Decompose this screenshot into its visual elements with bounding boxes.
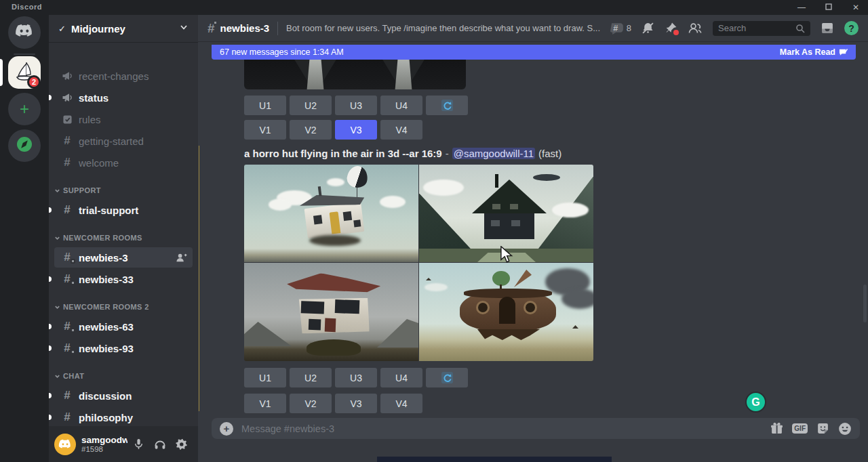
v1-button[interactable]: V1 xyxy=(244,394,286,413)
inbox-button[interactable] xyxy=(821,22,834,35)
username: samgoodw... xyxy=(81,435,127,445)
mark-as-read-button[interactable]: Mark As Read xyxy=(780,47,848,57)
hash-badge-icon: # xyxy=(60,341,75,355)
gif-button[interactable]: GIF xyxy=(792,423,808,434)
category-newcomer-rooms-2[interactable]: NEWCOMER ROOMS 2 xyxy=(54,300,149,314)
mark-as-read-label: Mark As Read xyxy=(780,47,835,57)
upscale-row: U1U2U3U4 xyxy=(244,96,468,115)
member-list-button[interactable] xyxy=(688,22,703,35)
pinned-messages-button[interactable] xyxy=(665,22,677,35)
attach-plus-button[interactable]: + xyxy=(220,422,233,436)
u1-button[interactable]: U1 xyxy=(244,96,286,115)
u1-button[interactable]: U1 xyxy=(244,368,286,387)
chat-scrollbar[interactable] xyxy=(863,285,867,322)
v4-button[interactable]: V4 xyxy=(380,394,422,413)
window-titlebar: Discord — ✕ xyxy=(0,0,868,15)
v3-button[interactable]: V3 xyxy=(335,394,377,413)
verified-check-icon: ✓ xyxy=(58,24,66,34)
v1-button[interactable]: V1 xyxy=(244,120,286,140)
threads-button[interactable]: # 8 xyxy=(610,22,631,35)
category-chat[interactable]: CHAT xyxy=(54,369,84,383)
maximize-button[interactable] xyxy=(822,3,835,12)
u2-button[interactable]: U2 xyxy=(290,368,332,387)
guild-header[interactable]: ✓ Midjourney xyxy=(49,15,198,42)
previous-image-attachment[interactable] xyxy=(244,58,466,89)
sidebar-item-rules[interactable]: rules xyxy=(54,109,193,129)
sidebar-item-newbies-33[interactable]: #newbies-33 xyxy=(54,269,193,289)
sidebar-item-getting-started[interactable]: #getting-started xyxy=(54,131,193,151)
message-input[interactable]: Message #newbies-3 xyxy=(241,423,770,434)
image-quadrant-1[interactable] xyxy=(244,165,418,262)
variation-row: V1V2V3V4 xyxy=(244,120,422,140)
channel-header: # newbies-3 Bot room for new users. Type… xyxy=(198,15,868,42)
sidebar-item-discussion[interactable]: #discussion xyxy=(54,385,193,406)
unread-pill xyxy=(49,324,52,329)
category-newcomer-rooms[interactable]: NEWCOMER ROOMS xyxy=(54,231,142,245)
airship xyxy=(533,174,560,181)
hash-badge-icon: # xyxy=(60,272,75,286)
u4-button[interactable]: U4 xyxy=(380,368,422,387)
guild-name: Midjourney xyxy=(71,23,179,35)
create-invite-icon[interactable] xyxy=(176,253,187,263)
headphones-button[interactable] xyxy=(149,434,171,455)
image-quadrant-4[interactable] xyxy=(419,263,593,361)
explore-servers-button[interactable] xyxy=(8,129,41,162)
search-input[interactable]: Search xyxy=(713,21,810,36)
channel-sidebar: ✓ Midjourney recent-changesstatusrules#g… xyxy=(49,15,198,462)
sidebar-item-newbies-63[interactable]: #newbies-63 xyxy=(54,316,193,337)
threads-count: 8 xyxy=(627,23,631,33)
sticker-button[interactable] xyxy=(816,422,829,435)
sidebar-item-recent-changes[interactable]: recent-changes xyxy=(54,66,193,86)
emoji-button[interactable] xyxy=(838,422,852,436)
taskbar-peek xyxy=(377,457,612,462)
u3-button[interactable]: U3 xyxy=(335,368,377,387)
settings-gear-button[interactable] xyxy=(171,434,193,455)
sidebar-item-welcome[interactable]: #welcome xyxy=(54,152,193,173)
unread-pill xyxy=(49,415,52,420)
sidebar-item-newbies-93[interactable]: #newbies-93 xyxy=(54,338,193,358)
server-mention-badge: 2 xyxy=(27,75,41,89)
image-quadrant-2[interactable] xyxy=(419,165,593,262)
v2-button[interactable]: V2 xyxy=(290,120,332,140)
sidebar-item-philosophy[interactable]: #philosophy xyxy=(54,407,193,426)
message-composer[interactable]: + Message #newbies-3 GIF xyxy=(212,418,860,439)
notifications-muted-button[interactable] xyxy=(642,22,654,35)
compass-icon xyxy=(16,135,33,156)
user-avatar[interactable] xyxy=(54,434,76,455)
mic-button[interactable] xyxy=(127,434,149,455)
minimize-button[interactable]: — xyxy=(795,3,808,12)
close-button[interactable]: ✕ xyxy=(849,3,863,12)
v2-button[interactable]: V2 xyxy=(290,394,332,413)
dark-house xyxy=(472,180,547,240)
generated-image-grid[interactable] xyxy=(244,165,593,361)
u3-button[interactable]: U3 xyxy=(335,96,377,115)
prompt-text: a horro hut flying in the air in 3d --ar… xyxy=(244,148,442,159)
unread-pill xyxy=(49,393,52,398)
sidebar-item-status[interactable]: status xyxy=(54,87,193,108)
sidebar-item-trial-support[interactable]: #trial-support xyxy=(54,200,193,220)
add-server-button[interactable]: + xyxy=(8,93,41,125)
rerun-button[interactable] xyxy=(426,96,468,115)
gift-button[interactable] xyxy=(770,422,783,435)
unread-pill xyxy=(49,345,52,351)
header-divider xyxy=(277,22,278,35)
v3-button[interactable]: V3 xyxy=(335,120,377,140)
home-button[interactable] xyxy=(8,16,41,49)
channel-name: newbies-3 xyxy=(220,22,270,34)
v4-button[interactable]: V4 xyxy=(380,120,422,140)
rail-divider xyxy=(14,54,35,55)
u2-button[interactable]: U2 xyxy=(290,96,332,115)
user-mention[interactable]: @samgoodwill-11 xyxy=(452,148,535,159)
help-button[interactable]: ? xyxy=(844,21,859,35)
new-messages-banner[interactable]: 67 new messages since 1:34 AM Mark As Re… xyxy=(212,45,856,60)
sidebar-item-newbies-3[interactable]: #newbies-3 xyxy=(54,247,193,268)
image-quadrant-3[interactable] xyxy=(244,263,418,361)
user-info[interactable]: samgoodw... #1598 xyxy=(81,435,127,453)
category-support[interactable]: SUPPORT xyxy=(54,184,101,197)
chevron-down-icon xyxy=(54,304,60,310)
channel-topic[interactable]: Bot room for new users. Type /imagine th… xyxy=(286,23,610,33)
grammarly-badge[interactable]: G xyxy=(745,392,766,413)
new-messages-text: 67 new messages since 1:34 AM xyxy=(220,47,780,57)
rerun-button[interactable] xyxy=(426,368,468,387)
u4-button[interactable]: U4 xyxy=(380,96,422,115)
